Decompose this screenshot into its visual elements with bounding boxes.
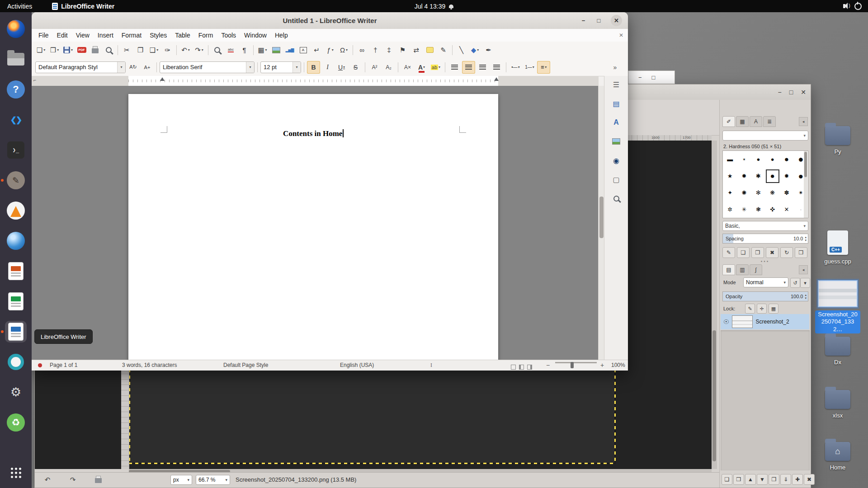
brush-filter-input[interactable]: ▾ — [722, 131, 808, 141]
spelling-button[interactable]: abc — [224, 44, 237, 56]
tab-patterns[interactable]: ▦ — [736, 116, 749, 127]
dock-item-firefox[interactable] — [5, 18, 27, 40]
insert-table-button[interactable]: ▦▾ — [256, 44, 269, 56]
basic-shapes-button[interactable]: ◆▾ — [468, 44, 481, 56]
underline-button[interactable]: U▾ — [335, 61, 348, 74]
dock-item-browser[interactable] — [5, 230, 27, 252]
sidebar-gallery-icon[interactable] — [604, 134, 628, 149]
spacing-spinscale[interactable]: Spacing 10.0 ▴▾ — [722, 234, 808, 244]
insert-chart-button[interactable]: ▂▅▇ — [283, 44, 296, 56]
superscript-button[interactable]: A² — [368, 61, 381, 74]
undo-button[interactable]: ↶ — [42, 475, 53, 485]
insert-textbox-button[interactable]: A — [297, 44, 310, 56]
font-color-button[interactable]: A▾ — [415, 61, 428, 74]
brush-cell[interactable]: ❃ — [752, 204, 764, 216]
paragraph-style-select[interactable]: Default Paragraph Styl ▾ — [35, 61, 126, 73]
brush-cell[interactable]: ● — [781, 154, 793, 165]
tab-brushes[interactable]: ✐ — [722, 116, 735, 127]
insert-mode-icon[interactable]: I — [430, 362, 432, 369]
brush-cell-selected[interactable]: ● — [767, 170, 778, 182]
brush-grid[interactable]: ▬ ✶ ● ● ● ● ★ ✹ ✱ ● ✸ ● ✦ ✺ ✻ ❋ ✽ ✴ ✲ ✳ … — [722, 150, 808, 218]
focused-app-indicator[interactable]: LibreOffice Writer — [52, 3, 114, 10]
dock-item-gimp[interactable]: ✎ — [5, 169, 27, 191]
delete-brush-button[interactable]: ✖ — [766, 247, 778, 258]
writer-titlebar[interactable]: Untitled 1 - LibreOffice Writer − □ ✕ — [32, 12, 628, 29]
align-right-button[interactable] — [476, 61, 489, 74]
layer-list-empty-area[interactable] — [721, 330, 810, 470]
dock-item-vscode[interactable]: ❮❯ — [5, 109, 27, 131]
maximize-button[interactable]: □ — [593, 15, 604, 26]
status-page-style[interactable]: Default Page Style — [223, 362, 268, 368]
open-brush-button[interactable]: ❒ — [795, 247, 807, 258]
zoom-slider-thumb[interactable] — [571, 362, 574, 368]
unit-select[interactable]: px ▾ — [170, 475, 192, 485]
duplicate-layer-button[interactable]: ❐ — [769, 474, 779, 485]
left-indent-marker[interactable] — [160, 77, 165, 81]
brush-cell[interactable]: ★ — [724, 170, 736, 182]
dock-item-settings[interactable]: ⚙ — [5, 381, 27, 403]
document-area[interactable]: Contents in Home — [32, 86, 599, 360]
dock-item-app-ring[interactable] — [5, 351, 27, 373]
brush-cell[interactable]: ✹ — [738, 170, 750, 182]
brush-cell[interactable]: ● — [767, 154, 778, 165]
update-style-button[interactable]: A↻ — [127, 61, 140, 74]
document-text[interactable]: Contents in Home — [128, 129, 498, 138]
strikethrough-button[interactable]: S — [349, 61, 362, 74]
numbered-list-button[interactable]: 1—▾ — [523, 61, 536, 74]
redo-button[interactable]: ↷▾ — [193, 44, 206, 56]
layer-visibility-eye-icon[interactable]: ☉ — [723, 318, 729, 325]
dock-item-calc[interactable] — [5, 291, 27, 312]
brush-cell[interactable]: ✳ — [738, 204, 750, 216]
desktop-icon-py[interactable]: Py — [815, 126, 860, 155]
close-button[interactable]: ✕ — [611, 15, 622, 26]
brush-cell[interactable]: ✶ — [738, 154, 750, 165]
dock-item-writer[interactable] — [5, 321, 27, 343]
brush-cell[interactable]: ✽ — [781, 187, 793, 199]
mode-options-button[interactable]: ▾ — [800, 278, 810, 288]
sidebar-page-icon[interactable]: ▢ — [604, 172, 628, 187]
new-brush-button[interactable]: ❏ — [737, 247, 750, 258]
insert-comment-button[interactable] — [423, 44, 436, 56]
desktop-icon-home[interactable]: ⌂ Home — [815, 442, 860, 471]
cut-button[interactable]: ✂ — [120, 44, 133, 56]
mode-reset-button[interactable]: ↺ — [790, 278, 800, 288]
duplicate-brush-button[interactable]: ❐ — [751, 247, 764, 258]
page-break-button[interactable]: ↵ — [310, 44, 323, 56]
outline-list-button[interactable]: ≣▾ — [537, 61, 550, 74]
horizontal-ruler[interactable]: ⌐ — [32, 76, 599, 86]
close-button[interactable]: ✕ — [801, 89, 806, 96]
redo-button[interactable]: ↷ — [67, 475, 78, 485]
insert-image-button[interactable] — [269, 44, 283, 56]
export-pdf-button[interactable]: PDF — [75, 44, 88, 56]
scrollbar-thumb[interactable] — [712, 330, 716, 461]
lock-paint-button[interactable]: ✎ — [745, 304, 755, 314]
refresh-brushes-button[interactable]: ↻ — [780, 247, 793, 258]
find-replace-button[interactable] — [211, 44, 224, 56]
minimize-button[interactable]: − — [578, 15, 589, 26]
layer-name[interactable]: Screenshot_2 — [756, 319, 789, 325]
italic-button[interactable]: I — [321, 61, 334, 74]
dock-item-files[interactable] — [5, 48, 27, 70]
desktop-icon-xlsx[interactable]: xlsx — [815, 390, 860, 419]
layer-row-selected[interactable]: ☉ Screenshot_2 — [721, 314, 809, 329]
sidebar-inspector-icon[interactable] — [604, 191, 628, 206]
panel-resize-grip[interactable]: ••• — [720, 259, 811, 264]
spin-down-icon[interactable]: ▾ — [805, 239, 807, 242]
menu-form[interactable]: Form — [194, 29, 217, 42]
dock-item-impress[interactable] — [5, 260, 27, 282]
zoom-slider-track[interactable] — [555, 362, 597, 363]
print-button[interactable] — [93, 475, 104, 485]
maximize-button[interactable]: □ — [789, 89, 793, 96]
paste-button[interactable]: ❑▾ — [147, 44, 160, 56]
spin-up-icon[interactable]: ▴ — [805, 293, 807, 296]
endnote-button[interactable]: ‡ — [382, 44, 396, 56]
right-indent-marker[interactable] — [494, 77, 499, 81]
power-icon[interactable] — [854, 3, 862, 10]
open-button[interactable]: ❒▾ — [48, 44, 61, 56]
new-layer-button[interactable]: ❏ — [722, 474, 732, 485]
brush-cell[interactable]: ▬ — [724, 154, 736, 165]
sidebar-properties-icon[interactable]: ▤ — [604, 96, 628, 111]
brush-grid-scrollbar[interactable] — [804, 151, 807, 218]
tab-menu-button[interactable]: ◂ — [799, 265, 808, 274]
brush-cell[interactable]: ✺ — [738, 187, 750, 199]
